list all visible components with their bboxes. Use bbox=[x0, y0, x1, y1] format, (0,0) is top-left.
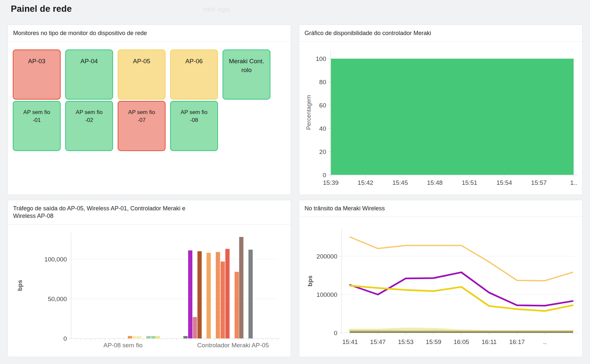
panel-traffic-out: Tráfego de saída do AP-05, Wireless AP-0… bbox=[8, 200, 291, 357]
y-tick-label: 100000 bbox=[317, 291, 337, 298]
bar[interactable] bbox=[239, 237, 244, 338]
y-tick-label: 0 bbox=[63, 335, 67, 342]
y-tick-label: 60 bbox=[319, 102, 326, 109]
monitor-tile[interactable]: AP-06 bbox=[170, 49, 218, 100]
monitor-tile-label: AP-06 bbox=[171, 57, 217, 66]
panel-availability: Gráfico de disponibilidade do controlado… bbox=[299, 25, 582, 195]
series-gold bbox=[350, 286, 573, 311]
series-light-green bbox=[350, 331, 573, 331]
monitor-tile[interactable]: AP sem fio-01 bbox=[13, 101, 61, 151]
monitor-tile-label: AP-04 bbox=[66, 57, 112, 66]
monitor-tile-label: -07 bbox=[118, 116, 165, 124]
panel-transit: No trânsito da Meraki Wireless 010000020… bbox=[299, 200, 582, 357]
monitor-tile-label: AP sem fio bbox=[171, 108, 217, 116]
panel-traffic-title: Tráfego de saída do AP-05, Wireless AP-0… bbox=[8, 200, 291, 225]
series-amber bbox=[350, 237, 573, 281]
x-tick-label: 1.. bbox=[570, 179, 577, 186]
x-tick-label: 16:11 bbox=[482, 338, 497, 345]
x-tick-label: 15:59 bbox=[426, 338, 442, 345]
monitor-tile[interactable]: Meraki Cont.rolo bbox=[223, 49, 270, 100]
network-dashboard: Painel de rede nds ago Monitores no tipo… bbox=[0, 0, 590, 364]
bar[interactable] bbox=[206, 253, 211, 338]
y-tick-label: 40 bbox=[319, 125, 326, 132]
bar[interactable] bbox=[225, 249, 229, 338]
x-tick-label: 15:42 bbox=[358, 179, 373, 186]
y-tick-label: 200000 bbox=[317, 253, 337, 260]
x-category-label: AP-08 sem fio bbox=[103, 342, 142, 349]
x-tick-label: 15:39 bbox=[323, 179, 339, 186]
y-axis-label: bps bbox=[16, 280, 23, 291]
monitor-tile[interactable]: AP sem fio-02 bbox=[65, 101, 113, 151]
x-tick-label: 15:48 bbox=[427, 179, 443, 186]
bar[interactable] bbox=[156, 336, 160, 338]
panel-availability-title-text: Gráfico de disponibilidade do controlado… bbox=[305, 29, 577, 37]
monitor-tile[interactable]: AP sem fio-07 bbox=[118, 101, 166, 151]
y-axis-label: bps bbox=[306, 276, 313, 287]
x-tick-label: 15:51 bbox=[462, 179, 478, 186]
panel-transit-title: No trânsito da Meraki Wireless bbox=[299, 200, 582, 217]
y-tick-label: 20 bbox=[319, 148, 326, 155]
bar[interactable] bbox=[197, 251, 202, 338]
panel-transit-title-text: No trânsito da Meraki Wireless bbox=[305, 205, 577, 212]
monitor-tile-label: rolo bbox=[223, 66, 270, 75]
x-tick-label: 15:47 bbox=[370, 338, 386, 345]
y-tick-label: 50,000 bbox=[48, 296, 67, 302]
y-tick-label: 100 bbox=[316, 55, 326, 62]
availability-area-chart[interactable]: 02040608010015:3915:4215:4515:4815:5115:… bbox=[300, 41, 582, 195]
page-title: Painel de rede bbox=[11, 4, 72, 14]
monitor-tile[interactable]: AP-04 bbox=[65, 49, 113, 100]
traffic-out-bar-chart[interactable]: 050,000100,000AP-08 sem fioControlador M… bbox=[8, 226, 291, 357]
y-tick-label: 0 bbox=[334, 330, 337, 336]
x-category-label: Controlador Meraki AP-05 bbox=[197, 342, 269, 349]
panel-traffic-title-text: Tráfego de saída do AP-05, Wireless AP-0… bbox=[13, 205, 198, 220]
x-tick-label: 15:41 bbox=[342, 338, 358, 345]
y-tick-label: 80 bbox=[319, 79, 326, 86]
x-tick-label: 15:45 bbox=[392, 179, 408, 186]
availability-area bbox=[331, 59, 574, 175]
panel-monitors: Monitores no tipo de monitor do disposit… bbox=[8, 25, 291, 195]
x-tick-label: 15:54 bbox=[497, 179, 512, 186]
x-tick-label: 16:05 bbox=[454, 338, 469, 345]
monitor-tile-label: AP sem fio bbox=[118, 108, 165, 116]
y-tick-label: 100,000 bbox=[44, 256, 67, 263]
monitor-tile-label: Meraki Cont. bbox=[223, 57, 270, 66]
monitor-tiles: AP-03AP-04AP-05AP-06Meraki Cont.roloAP s… bbox=[13, 49, 275, 152]
monitor-tile-row-1: AP-03AP-04AP-05AP-06Meraki Cont.rolo bbox=[13, 49, 275, 100]
bar[interactable] bbox=[248, 250, 253, 338]
monitor-tile-label: AP-05 bbox=[118, 57, 165, 66]
monitor-tile-label: -02 bbox=[66, 116, 112, 124]
panel-availability-title: Gráfico de disponibilidade do controlado… bbox=[299, 25, 582, 42]
panel-monitors-title-text: Monitores no tipo de monitor do disposit… bbox=[13, 29, 285, 37]
transit-line-chart[interactable]: 010000020000015:4115:4715:5315:5916:0516… bbox=[300, 216, 582, 357]
y-tick-label: 0 bbox=[323, 172, 326, 179]
monitor-tile[interactable]: AP-05 bbox=[118, 49, 166, 100]
refresh-status-faint: nds ago bbox=[203, 5, 230, 13]
monitor-tile-label: -08 bbox=[171, 116, 217, 124]
bar[interactable] bbox=[151, 336, 155, 338]
x-tick-label: 15:57 bbox=[531, 179, 547, 186]
monitor-tile-label: AP sem fio bbox=[13, 108, 60, 116]
panel-monitors-title: Monitores no tipo de monitor do disposit… bbox=[8, 25, 291, 42]
monitor-tile-label: -01 bbox=[13, 116, 60, 124]
monitor-tile[interactable]: AP-03 bbox=[13, 49, 61, 100]
monitor-tile-row-2: AP sem fio-01AP sem fio-02AP sem fio-07A… bbox=[13, 101, 275, 151]
x-tick-label: .. bbox=[543, 338, 547, 345]
monitor-tile[interactable]: AP sem fio-08 bbox=[170, 101, 218, 151]
monitor-tile-label: AP sem fio bbox=[66, 108, 112, 116]
x-tick-label: 16:17 bbox=[509, 338, 525, 345]
x-tick-label: 15:53 bbox=[398, 338, 414, 345]
monitor-tile-label: AP-03 bbox=[13, 57, 60, 66]
y-axis-label: Percentagem bbox=[305, 95, 312, 130]
